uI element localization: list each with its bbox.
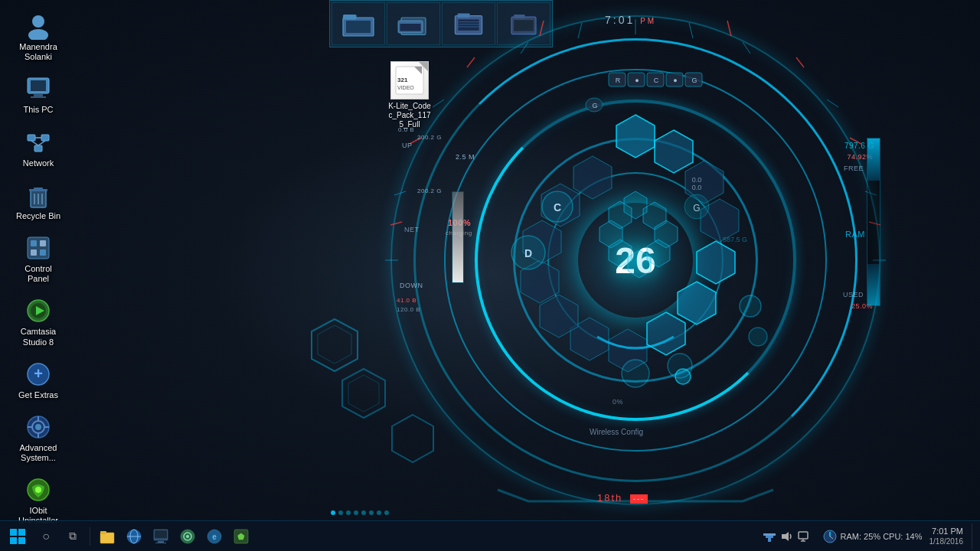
network-label: Network bbox=[23, 158, 54, 168]
svg-rect-6 bbox=[28, 135, 35, 141]
svg-rect-155 bbox=[763, 533, 776, 536]
hud-inner-svg: D C G 0.0 0.0 587.5 G bbox=[475, 99, 796, 421]
svg-text:R: R bbox=[616, 77, 621, 84]
hud-disk-bar bbox=[867, 138, 880, 306]
svg-rect-3 bbox=[31, 80, 46, 91]
svg-line-66 bbox=[827, 99, 838, 107]
svg-line-62 bbox=[689, 23, 693, 38]
taskbar-ie[interactable] bbox=[122, 524, 146, 549]
svg-marker-108 bbox=[697, 241, 735, 284]
svg-rect-19 bbox=[31, 240, 37, 246]
scroll-indicator bbox=[329, 509, 390, 517]
svg-text:0.0: 0.0 bbox=[692, 176, 702, 184]
recycle-bin-icon bbox=[24, 181, 52, 209]
taskbar-sys-tray bbox=[757, 530, 815, 543]
svg-rect-8 bbox=[34, 145, 42, 152]
svg-point-0 bbox=[32, 15, 44, 28]
svg-rect-7 bbox=[41, 135, 49, 141]
hud-net-down-val2: 120.0 B bbox=[397, 306, 420, 313]
hud-used-label: USED bbox=[843, 291, 864, 298]
svg-rect-154 bbox=[766, 536, 773, 538]
hud-outer: R ● C ● G G 7:01 PM UP 0.0 B DOWN 41.0 B… bbox=[375, 0, 896, 520]
svg-rect-22 bbox=[40, 249, 46, 256]
taskbar-app-4[interactable]: ⬟ bbox=[229, 524, 253, 549]
scroll-dot-5 bbox=[361, 510, 366, 515]
action-center-icon bbox=[797, 530, 809, 543]
svg-line-64 bbox=[743, 42, 750, 54]
scroll-dot-4 bbox=[354, 510, 358, 515]
svg-line-10 bbox=[31, 141, 38, 145]
svg-line-74 bbox=[796, 57, 804, 67]
resource-monitor-icon bbox=[822, 529, 838, 544]
svg-marker-110 bbox=[647, 312, 685, 355]
taskbar-search[interactable]: ○ bbox=[34, 524, 58, 549]
svg-line-69 bbox=[394, 191, 406, 195]
svg-line-67 bbox=[433, 99, 444, 107]
svg-rect-135 bbox=[10, 537, 17, 544]
svg-line-75 bbox=[467, 57, 475, 67]
svg-text:●: ● bbox=[635, 77, 639, 84]
desktop-icon-user[interactable]: Manendra Solanki bbox=[4, 8, 73, 67]
hud-time: 7:01 PM bbox=[605, 14, 656, 26]
hud-date: 18th --- bbox=[597, 492, 648, 504]
taskbar-app-windows[interactable] bbox=[149, 524, 173, 549]
taskbar-file-explorer[interactable] bbox=[95, 524, 119, 549]
svg-rect-20 bbox=[40, 240, 46, 246]
svg-point-30 bbox=[35, 424, 41, 430]
get-extras-icon: + bbox=[24, 360, 52, 388]
svg-text:G: G bbox=[693, 203, 700, 214]
start-button[interactable] bbox=[4, 523, 31, 549]
svg-text:C: C bbox=[654, 77, 659, 84]
show-desktop-button[interactable] bbox=[972, 523, 976, 549]
svg-rect-5 bbox=[31, 96, 46, 98]
taskbar-app-settings[interactable] bbox=[175, 524, 200, 549]
svg-text:e: e bbox=[212, 533, 217, 541]
svg-rect-144 bbox=[158, 541, 164, 543]
svg-text:G: G bbox=[691, 77, 697, 84]
hud-ram-label: RAM bbox=[845, 230, 865, 239]
svg-rect-133 bbox=[10, 529, 17, 536]
taskbar-task-view[interactable]: ⧉ bbox=[60, 524, 85, 549]
taskbar-time: 7:01 PM 1/18/2016 bbox=[929, 526, 970, 546]
scroll-dot-3 bbox=[346, 510, 351, 515]
svg-text:D: D bbox=[524, 247, 532, 259]
svg-text:C: C bbox=[554, 201, 561, 214]
svg-marker-105 bbox=[573, 156, 612, 199]
taskbar-app-3[interactable]: e bbox=[202, 524, 227, 549]
svg-text:587.5 G: 587.5 G bbox=[723, 236, 747, 243]
svg-rect-143 bbox=[155, 530, 167, 538]
svg-line-63 bbox=[578, 23, 582, 38]
hud-wireless-label: Wireless Config bbox=[590, 428, 643, 436]
svg-rect-157 bbox=[799, 532, 808, 539]
desktop-icon-advanced-system[interactable]: AdvancedSystem... bbox=[4, 409, 73, 468]
scroll-dot-7 bbox=[377, 510, 381, 515]
scroll-dot-8 bbox=[384, 510, 389, 515]
svg-point-1 bbox=[28, 29, 48, 40]
desktop-icon-recycle-bin[interactable]: Recycle Bin bbox=[4, 177, 73, 226]
recycle-bin-label: Recycle Bin bbox=[16, 211, 60, 221]
svg-rect-153 bbox=[768, 538, 771, 542]
desktop-icon-network[interactable]: Network bbox=[4, 124, 73, 173]
camtasia-label: CamtasiaStudio 8 bbox=[21, 327, 56, 347]
svg-rect-138 bbox=[100, 531, 106, 534]
svg-point-119 bbox=[622, 360, 649, 387]
desktop-icon-get-extras[interactable]: + Get Extras bbox=[4, 356, 73, 405]
taskbar-resource-info: RAM: 25% CPU: 14% bbox=[818, 529, 927, 544]
desktop-icon-control-panel[interactable]: ControlPanel bbox=[4, 230, 73, 289]
svg-rect-4 bbox=[34, 93, 43, 96]
hud-free-label: FREE bbox=[844, 165, 864, 172]
svg-point-122 bbox=[749, 328, 767, 346]
svg-rect-14 bbox=[34, 187, 43, 190]
get-extras-label: Get Extras bbox=[18, 390, 58, 400]
svg-rect-145 bbox=[155, 543, 166, 543]
camtasia-icon bbox=[24, 297, 52, 324]
desktop-icon-this-pc[interactable]: This PC bbox=[4, 70, 73, 119]
this-pc-label: This PC bbox=[23, 105, 53, 115]
hud-net-down-val: 41.0 B bbox=[397, 297, 416, 304]
svg-line-73 bbox=[540, 21, 544, 36]
svg-text:0.0: 0.0 bbox=[692, 184, 702, 191]
hud-net-val: 2.5 M bbox=[456, 153, 475, 161]
desktop-icon-camtasia[interactable]: CamtasiaStudio 8 bbox=[4, 292, 73, 351]
desktop-icon-column: Manendra Solanki This PC bbox=[0, 0, 77, 539]
control-panel-label: ControlPanel bbox=[24, 264, 51, 284]
